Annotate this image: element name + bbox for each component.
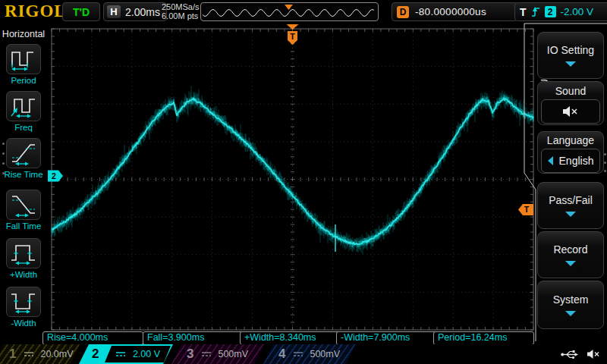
delay-label: D [397,6,409,18]
scope-display: TT2 [0,0,607,364]
menu-item-period[interactable]: Period [0,44,47,85]
pos-width-icon [6,238,41,268]
trigger-source-badge: 2 [545,6,556,17]
chevron-down-icon [565,261,576,266]
speaker-muted-icon [562,105,579,118]
top-status-bar: RIGOL T'D H 2.00ms 250MSa/s 6.00M pts D … [0,0,607,23]
channel-number: 2 [92,347,99,362]
chevron-down-icon [565,311,576,316]
coupling-icon [24,350,34,358]
menu-item-neg-width[interactable]: -Width [0,287,47,328]
delay-value: -80.0000000us [415,6,486,17]
svg-text:T: T [290,32,295,41]
chevron-left-icon [548,156,553,165]
menu-button-system[interactable]: System [537,281,604,329]
svg-text:T: T [524,205,530,214]
menu-button-io-setting[interactable]: IO Setting [537,32,604,79]
menu-button-sound[interactable]: Sound [537,81,604,125]
utility-menu: Utility IO Setting Sound Language Englis… [533,23,607,341]
usb-icon [561,350,579,359]
measurement-pos-width[interactable]: +Width=8.340ms [240,331,341,345]
delay-box[interactable]: D -80.0000000us [392,2,517,21]
button-label: System [553,293,589,306]
trigger-status-badge: T'D [62,2,100,21]
speaker-muted-icon [587,349,601,359]
right-menu-scroll-dots [604,153,606,172]
menu-item-label: +Width [0,270,47,279]
horizontal-timebase-box[interactable]: H 2.00ms [103,2,167,21]
horizontal-measure-menu: Horizontal Period [0,23,47,341]
timebase-value: 2.00ms [125,6,160,18]
acquisition-info: 250MSa/s 6.00M pts [162,2,200,20]
button-label: Record [553,243,587,256]
period-icon [6,44,41,74]
trigger-label: T [520,6,527,18]
trigger-info-box[interactable]: T 2 -2.00 V [514,2,607,21]
memory-depth: 6.00M pts [162,11,200,20]
menu-item-label: Freq [0,123,47,132]
chevron-down-icon [565,212,576,217]
trigger-level-value: -2.00 V [561,6,594,17]
channel-4-chip[interactable]: 4 500mV [263,344,356,364]
measurement-results-bar: Rise=4.000ms Fall=3.900ms +Width=8.340ms… [0,331,607,345]
channel-scale: 20.0mV [40,349,73,359]
channel-number: 3 [187,347,193,362]
menu-item-label: Fall Time [0,221,47,231]
freq-icon [6,91,41,121]
waveform-preview-bar[interactable] [200,2,379,21]
preview-waveform-icon [201,4,376,20]
menu-item-freq[interactable]: Freq [0,91,47,132]
menu-button-language[interactable]: Language English [537,131,604,174]
h-label: H [107,5,121,18]
menu-item-pos-width[interactable]: +Width [0,238,47,279]
menu-button-record[interactable]: Record [537,231,604,278]
menu-item-label: Rise Time [0,170,47,179]
button-label: Pass/Fail [549,194,593,206]
chevron-down-icon [565,61,576,67]
oscilloscope-screen: TT2 RIGOL T'D H 2.00ms 250MSa/s 6.00M pt… [0,0,607,364]
language-value: English [559,155,594,167]
button-label: IO Setting [547,44,594,56]
channel-3-chip[interactable]: 3 500mV [171,344,264,364]
menu-item-rise-time[interactable]: Rise Time [0,138,47,179]
measurement-rise[interactable]: Rise=4.000ms [42,331,143,345]
coupling-icon [293,350,304,358]
fall-time-icon [6,190,41,220]
coupling-icon [115,350,126,358]
button-label: Language [547,134,594,146]
left-menu-scroll-dots [2,143,5,174]
sample-rate: 250MSa/s [162,2,200,11]
channel-status-bar: 1 20.0mV 2 2.00 V 3 500mV [0,344,607,364]
left-menu-title: Horizontal [0,29,47,39]
rise-time-icon [6,138,41,168]
channel-number: 1 [9,347,16,362]
svg-text:2: 2 [52,171,56,180]
channel-1-chip[interactable]: 1 20.0mV [0,344,80,364]
button-label: Sound [555,85,586,97]
rising-edge-icon [531,6,540,17]
measurement-neg-width[interactable]: -Width=7.900ms [336,331,437,345]
channel-number: 4 [278,347,285,362]
measurement-period[interactable]: Period=16.24ms [433,331,534,345]
menu-item-label: -Width [0,318,47,328]
measurement-fall[interactable]: Fall=3.900ms [143,331,244,345]
menu-item-fall-time[interactable]: Fall Time [0,190,47,231]
menu-item-label: Period [0,76,47,85]
coupling-icon [201,350,212,358]
channel-2-chip[interactable]: 2 2.00 V [79,344,173,364]
rigol-logo: RIGOL [5,2,67,21]
neg-width-icon [6,287,41,317]
channel-scale: 500mV [218,349,248,359]
channel-scale: 500mV [310,349,340,359]
menu-button-pass-fail[interactable]: Pass/Fail [537,182,604,229]
channel-scale: 2.00 V [133,349,160,359]
